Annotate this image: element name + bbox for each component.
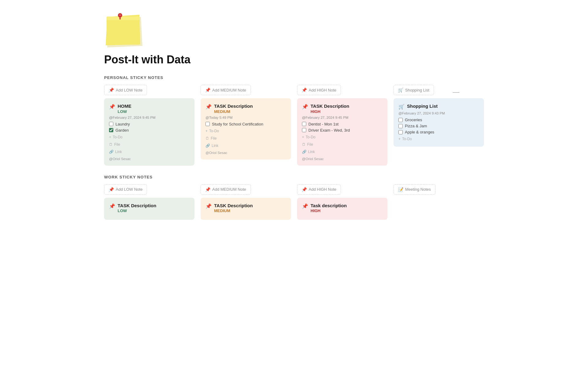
card-header-personal-shopping-1: 🛒Shopping List bbox=[398, 103, 479, 110]
add-button-personal-medium[interactable]: 📌Add MEDIUM Note bbox=[201, 85, 251, 95]
card-date-personal-medium-1: @Today 5:49 PM bbox=[205, 116, 286, 119]
card-title-col-work-low-1: TASK DescriptionLOW bbox=[118, 203, 156, 213]
action-btn-to-do-personal-medium-1[interactable]: +To-Do bbox=[205, 128, 219, 134]
checkbox-input-personal-high-1-1[interactable] bbox=[302, 128, 306, 132]
action-btn-file-personal-medium-1[interactable]: 🗒File bbox=[205, 136, 217, 141]
card-author-personal-low-1: @Oriol Sesac bbox=[109, 157, 190, 161]
sticky-note-illustration bbox=[104, 12, 144, 49]
card-header-work-high-1: 📌Task descriptionHIGH bbox=[302, 203, 383, 213]
add-button-label-work-medium: Add MEDIUM Note bbox=[212, 187, 246, 192]
checkbox-item-personal-shopping-1-0: Groceries bbox=[398, 118, 479, 122]
checkbox-label-personal-high-1-0: Dentist - Mon 1st bbox=[308, 122, 338, 126]
checkbox-item-personal-shopping-1-1: Pizza & Jam bbox=[398, 124, 479, 128]
add-button-icon-work-high: 📌 bbox=[302, 187, 307, 192]
column-personal-high: 📌Add HIGH Note📌TASK DescriptionHIGH@Febr… bbox=[297, 85, 387, 166]
card-header-personal-low-1: 📌HOMELOW bbox=[109, 103, 190, 114]
checkbox-label-personal-high-1-1: Driver Exam - Wed, 3rd bbox=[308, 128, 350, 133]
card-title-col-personal-low-1: HOMELOW bbox=[118, 103, 131, 114]
svg-rect-7 bbox=[119, 15, 121, 20]
checkbox-item-personal-low-1-0: Laundry bbox=[109, 122, 190, 126]
action-icon-link: 🔗 bbox=[302, 150, 307, 154]
action-btn-file-personal-high-1[interactable]: 🗒File bbox=[302, 142, 313, 147]
checkbox-input-personal-shopping-1-0[interactable] bbox=[398, 118, 403, 122]
add-button-icon-personal-low: 📌 bbox=[109, 88, 114, 92]
action-icon-to-do: + bbox=[302, 135, 304, 139]
card-work-low-1: 📌TASK DescriptionLOW bbox=[104, 198, 194, 220]
action-icon-to-do: + bbox=[205, 129, 208, 133]
add-button-personal-high[interactable]: 📌Add HIGH Note bbox=[297, 85, 341, 95]
add-button-label-work-meeting: Meeting Notes bbox=[405, 187, 431, 192]
column-work-meeting: 📝Meeting Notes bbox=[394, 184, 484, 220]
card-subtitle-work-high-1: HIGH bbox=[311, 208, 347, 213]
action-label-to-do: To-Do bbox=[306, 135, 315, 139]
add-button-label-work-low: Add LOW Note bbox=[116, 187, 142, 192]
add-button-label-personal-shopping: Shopping List bbox=[405, 88, 429, 92]
action-icon-file: 🗒 bbox=[205, 136, 209, 140]
checkbox-input-personal-low-1-0[interactable] bbox=[109, 122, 113, 126]
add-button-icon-personal-high: 📌 bbox=[302, 88, 307, 92]
minus-button[interactable]: — bbox=[453, 88, 459, 96]
checkbox-label-personal-shopping-1-2: Apple & oranges bbox=[405, 130, 434, 134]
pin-icon-personal-shopping-1: 🛒 bbox=[398, 104, 405, 110]
action-btn-to-do-personal-low-1[interactable]: +To-Do bbox=[109, 134, 123, 140]
action-icon-link: 🔗 bbox=[109, 150, 114, 154]
add-button-work-high[interactable]: 📌Add HIGH Note bbox=[297, 184, 341, 195]
action-label-file: File bbox=[114, 142, 120, 147]
columns-row-work: 📌Add LOW Note📌TASK DescriptionLOW📌Add ME… bbox=[104, 184, 484, 220]
pin-icon-work-low-1: 📌 bbox=[109, 203, 115, 209]
card-subtitle-work-medium-1: MEDIUM bbox=[214, 208, 253, 213]
checkbox-input-personal-low-1-1[interactable] bbox=[109, 128, 113, 132]
section-title-work: WORK STICKY NOTES bbox=[104, 175, 484, 179]
checkbox-item-personal-low-1-1: Garden bbox=[109, 128, 190, 133]
card-personal-medium-1: 📌TASK DescriptionMEDIUM@Today 5:49 PMStu… bbox=[201, 98, 291, 159]
add-button-icon-personal-medium: 📌 bbox=[205, 88, 210, 92]
add-button-icon-work-low: 📌 bbox=[109, 187, 114, 192]
checkbox-input-personal-shopping-1-1[interactable] bbox=[398, 124, 403, 128]
checkbox-input-personal-medium-1-0[interactable] bbox=[205, 122, 210, 126]
add-button-work-meeting[interactable]: 📝Meeting Notes bbox=[394, 184, 435, 195]
svg-rect-3 bbox=[107, 17, 140, 20]
card-subtitle-personal-medium-1: MEDIUM bbox=[214, 109, 253, 114]
card-header-work-low-1: 📌TASK DescriptionLOW bbox=[109, 203, 190, 213]
column-work-high: 📌Add HIGH Note📌Task descriptionHIGH bbox=[297, 184, 387, 220]
add-button-label-personal-low: Add LOW Note bbox=[116, 88, 142, 92]
add-button-personal-low[interactable]: 📌Add LOW Note bbox=[104, 85, 147, 95]
action-label-file: File bbox=[307, 142, 313, 147]
add-button-work-medium[interactable]: 📌Add MEDIUM Note bbox=[201, 184, 251, 195]
card-personal-low-1: 📌HOMELOW@February 27, 2024 9:45 PMLaundr… bbox=[104, 98, 194, 166]
svg-rect-2 bbox=[107, 17, 140, 45]
action-btn-link-personal-medium-1[interactable]: 🔗Link bbox=[205, 143, 218, 148]
card-header-work-medium-1: 📌TASK DescriptionMEDIUM bbox=[205, 203, 286, 213]
action-btn-link-personal-low-1[interactable]: 🔗Link bbox=[109, 149, 122, 155]
action-btn-file-personal-low-1[interactable]: 🗒File bbox=[109, 142, 120, 147]
add-button-work-low[interactable]: 📌Add LOW Note bbox=[104, 184, 147, 195]
card-title-col-work-high-1: Task descriptionHIGH bbox=[311, 203, 347, 213]
card-title-work-medium-1: TASK Description bbox=[214, 203, 253, 209]
add-button-label-personal-medium: Add MEDIUM Note bbox=[212, 88, 246, 92]
columns-row-personal: 📌Add LOW Note📌HOMELOW@February 27, 2024 … bbox=[104, 85, 484, 166]
add-button-label-work-high: Add HIGH Note bbox=[309, 187, 336, 192]
checkbox-item-personal-medium-1-0: Study for School Certification bbox=[205, 122, 286, 126]
action-btn-to-do-personal-high-1[interactable]: +To-Do bbox=[302, 134, 315, 140]
add-button-personal-shopping[interactable]: 🛒Shopping List bbox=[394, 85, 434, 95]
add-button-icon-personal-shopping: 🛒 bbox=[398, 88, 403, 92]
action-btn-to-do-personal-shopping-1[interactable]: +To-Do bbox=[398, 136, 412, 142]
column-work-low: 📌Add LOW Note📌TASK DescriptionLOW bbox=[104, 184, 194, 220]
checkbox-input-personal-high-1-0[interactable] bbox=[302, 122, 306, 126]
column-personal-shopping: 🛒Shopping List🛒Shopping List@February 27… bbox=[394, 85, 484, 166]
card-date-personal-shopping-1: @February 27, 2024 9:43 PM bbox=[398, 111, 479, 115]
action-label-file: File bbox=[211, 136, 217, 140]
checkbox-input-personal-shopping-1-2[interactable] bbox=[398, 130, 403, 134]
card-subtitle-personal-low-1: LOW bbox=[118, 109, 131, 114]
card-header-personal-medium-1: 📌TASK DescriptionMEDIUM bbox=[205, 103, 286, 114]
card-title-col-personal-high-1: TASK DescriptionHIGH bbox=[311, 103, 349, 114]
action-label-to-do: To-Do bbox=[113, 135, 123, 139]
card-work-high-1: 📌Task descriptionHIGH bbox=[297, 198, 387, 220]
action-label-link: Link bbox=[115, 150, 122, 154]
add-button-label-personal-high: Add HIGH Note bbox=[309, 88, 336, 92]
checkbox-label-personal-medium-1-0: Study for School Certification bbox=[212, 122, 263, 126]
add-button-icon-work-meeting: 📝 bbox=[398, 187, 403, 192]
card-date-personal-low-1: @February 27, 2024 9:45 PM bbox=[109, 116, 190, 119]
checkbox-item-personal-shopping-1-2: Apple & oranges bbox=[398, 130, 479, 134]
action-btn-link-personal-high-1[interactable]: 🔗Link bbox=[302, 149, 315, 155]
